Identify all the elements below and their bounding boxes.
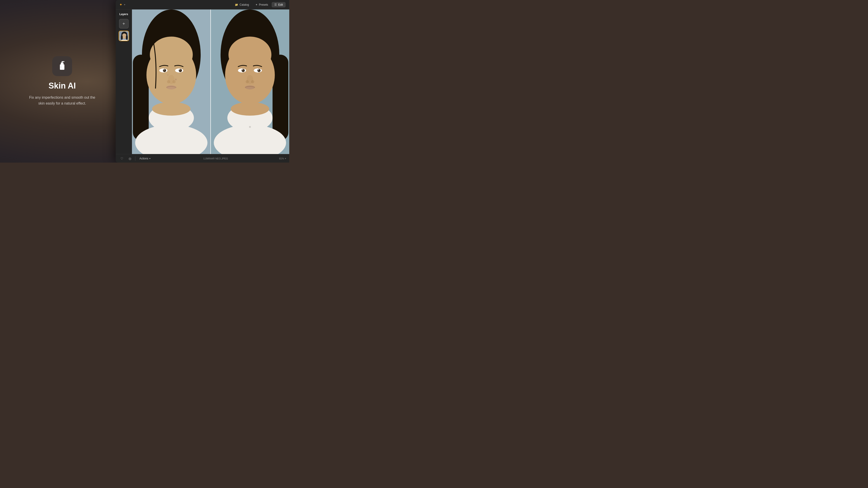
target-icon: ◎ [129,157,131,160]
svg-rect-14 [133,55,149,140]
feature-title: Skin AI [49,81,76,91]
divider [135,156,135,161]
svg-point-45 [258,69,259,70]
app-menu-dropdown-icon[interactable]: ▾ [124,3,125,6]
svg-point-26 [180,69,180,70]
svg-point-42 [242,69,245,72]
layers-title: Layers [116,13,132,16]
svg-point-53 [249,126,251,128]
bottom-bar: ♡ ◎ Actions ▾ LUMINAR NEO.JPEG 81% ▾ [116,154,289,163]
catalog-icon: 📁 [235,3,238,6]
feature-panel: Skin AI Fix any imperfections and smooth… [0,0,124,163]
svg-point-8 [122,33,127,39]
zoom-value: 81% [279,157,284,160]
add-layer-button[interactable]: + [119,19,129,28]
svg-point-49 [245,85,255,90]
zoom-chevron-down-icon: ▾ [285,157,286,160]
actions-button[interactable]: Actions ▾ [137,156,152,161]
presets-tab[interactable]: ✦ Presets [253,2,271,7]
svg-point-44 [242,69,243,70]
edit-tab[interactable]: ☰ Edit [272,2,286,7]
svg-point-33 [152,102,190,116]
svg-point-23 [163,69,166,72]
feature-description: Fix any imperfections and smooth out the… [26,95,98,106]
svg-point-5 [61,67,61,68]
presets-icon: ✦ [255,3,258,6]
svg-point-29 [173,80,176,83]
photo-split-view [132,9,289,154]
split-divider[interactable] [210,9,211,154]
svg-point-4 [61,66,61,66]
svg-rect-3 [62,61,64,62]
actions-label: Actions [140,157,148,160]
svg-point-25 [164,69,164,70]
title-bar: ✦ ▾ 📁 Catalog ✦ Presets ☰ Edit [116,0,289,9]
main-content: Layers + [116,9,289,154]
photo-canvas [132,9,289,154]
layer-thumbnail-1[interactable] [119,31,129,41]
app-window: ✦ ▾ 📁 Catalog ✦ Presets ☰ Edit Layers + [116,0,289,163]
svg-point-47 [246,80,249,83]
svg-point-28 [167,80,170,83]
photo-before [132,9,211,154]
svg-point-48 [251,80,254,83]
plus-icon: + [122,21,125,26]
bottom-left-actions: ♡ ◎ Actions ▾ [119,156,152,161]
catalog-tab[interactable]: 📁 Catalog [232,2,251,7]
favorite-button[interactable]: ♡ [119,156,125,161]
svg-point-18 [175,78,177,80]
target-button[interactable]: ◎ [127,156,133,161]
svg-rect-0 [60,64,64,70]
svg-point-19 [167,74,168,76]
svg-rect-11 [121,40,127,41]
svg-point-24 [179,69,182,72]
actions-chevron-down-icon: ▾ [149,157,151,160]
nav-tabs: 📁 Catalog ✦ Presets ☰ Edit [232,2,286,7]
svg-point-10 [126,35,128,40]
svg-point-52 [231,102,269,116]
zoom-control[interactable]: 81% ▾ [279,157,286,160]
photo-after [211,9,289,154]
app-logo-icon: ✦ [119,2,122,7]
svg-point-39 [228,37,271,73]
feature-icon-wrapper [52,56,72,76]
edit-icon: ☰ [274,3,277,6]
filename-label: LUMINAR NEO.JPEG [152,157,279,160]
svg-point-9 [121,35,123,40]
skin-ai-icon [58,60,67,72]
svg-rect-36 [273,55,288,140]
title-bar-left: ✦ ▾ [119,2,125,7]
svg-point-30 [166,85,176,90]
heart-icon: ♡ [120,157,123,160]
layers-sidebar: Layers + [116,9,132,154]
svg-point-43 [257,69,260,72]
